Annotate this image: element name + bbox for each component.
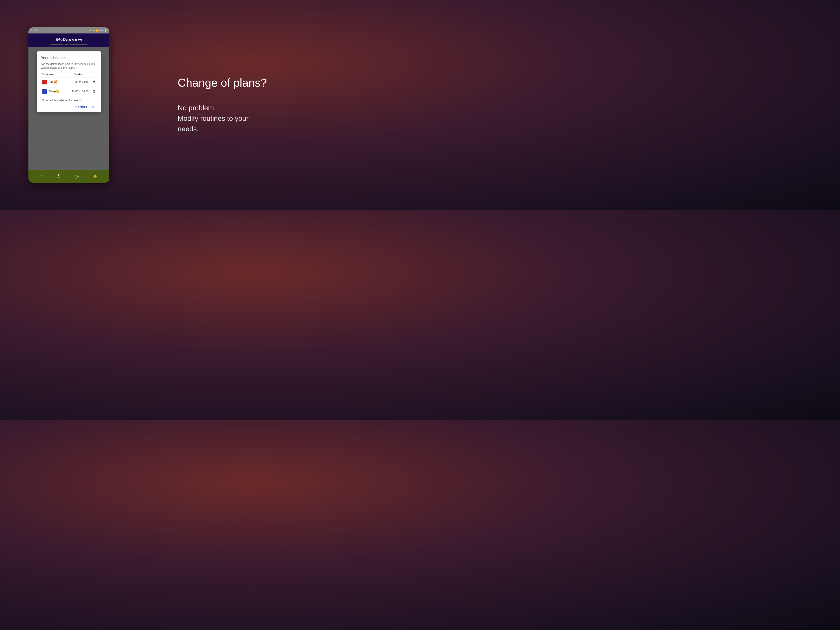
signal-icon: 📶 xyxy=(96,29,98,32)
dialog: Your schedules Tap the delete icons next… xyxy=(37,51,101,112)
app-title: MyRoutines xyxy=(28,37,109,43)
schedule-row-sleep: Sleep😴 23:45 to 06:00 🗑 xyxy=(41,87,97,96)
dialog-overlay: Your schedules Tap the delete icons next… xyxy=(28,47,109,170)
schedule-row-bae: Bae🥰 21:30 to 23:45 🗑 xyxy=(41,77,97,87)
header-divider xyxy=(28,44,109,45)
status-right: 🔔 ☁ 📶 38% 🔋 xyxy=(90,29,107,32)
nav-home-icon[interactable]: ⌂ xyxy=(39,174,43,179)
sub-text: No problem. Modify routines to your need… xyxy=(178,103,267,134)
nav-check-icon[interactable]: ◎ xyxy=(74,174,79,179)
checkmark-icon: ✓ xyxy=(38,29,40,32)
col-header-schedule: Schedule xyxy=(42,73,66,76)
schedule-color-sleep xyxy=(42,89,47,94)
nav-history-icon[interactable]: ⏱ xyxy=(56,174,61,179)
dialog-actions: CANCEL OK xyxy=(41,104,97,109)
battery-text: 38% xyxy=(99,29,103,32)
ok-button[interactable]: OK xyxy=(92,106,97,109)
nav-launch-icon[interactable]: ⚡ xyxy=(92,174,98,179)
battery-icon: 🔋 xyxy=(104,29,107,32)
schedule-duration-sleep: 23:45 to 06:00 xyxy=(69,90,91,93)
sub-text-line1: No problem. xyxy=(178,103,267,113)
sub-text-line2: Modify routines to your xyxy=(178,113,267,123)
dialog-title: Your schedules xyxy=(41,56,97,60)
status-bar: 01:36 ✓ 🔔 ☁ 📶 38% 🔋 xyxy=(28,27,109,33)
cancel-button[interactable]: CANCEL xyxy=(76,106,88,109)
status-left: 01:36 ✓ xyxy=(31,29,40,32)
main-heading: Change of plans? xyxy=(178,76,267,90)
bottom-nav: ⌂ ⏱ ◎ ⚡ xyxy=(28,170,109,183)
wifi-icon: ☁ xyxy=(93,29,95,32)
sub-text-line3: needs. xyxy=(178,123,267,134)
schedule-name-bae: Bae🥰 xyxy=(49,80,70,84)
dialog-subtitle: Tap the delete icons next to the schedul… xyxy=(41,62,97,70)
schedule-duration-bae: 21:30 to 23:45 xyxy=(69,81,91,84)
col-header-duration: Duration xyxy=(66,73,91,76)
app-header: MyRoutines xyxy=(28,33,109,47)
schedule-color-bae xyxy=(42,80,47,84)
phone-mockup: 01:36 ✓ 🔔 ☁ 📶 38% 🔋 MyRoutines Your sche… xyxy=(28,27,109,183)
status-time: 01:36 xyxy=(31,29,37,32)
schedule-name-sleep: Sleep😴 xyxy=(49,90,70,93)
no-schedules-text: No schedules selected for deletion. xyxy=(41,96,97,104)
divider-pill-2 xyxy=(65,44,69,45)
right-content: Change of plans? No problem. Modify rout… xyxy=(178,76,267,134)
alarm-icon: 🔔 xyxy=(90,29,92,32)
delete-icon-bae[interactable]: 🗑 xyxy=(93,80,96,84)
divider-pill-3 xyxy=(70,44,88,45)
delete-icon-sleep[interactable]: 🗑 xyxy=(93,90,96,93)
divider-pill-1 xyxy=(50,44,63,45)
app-body: Your schedules Tap the delete icons next… xyxy=(28,47,109,170)
dialog-table-header: Schedule Duration xyxy=(41,73,97,77)
